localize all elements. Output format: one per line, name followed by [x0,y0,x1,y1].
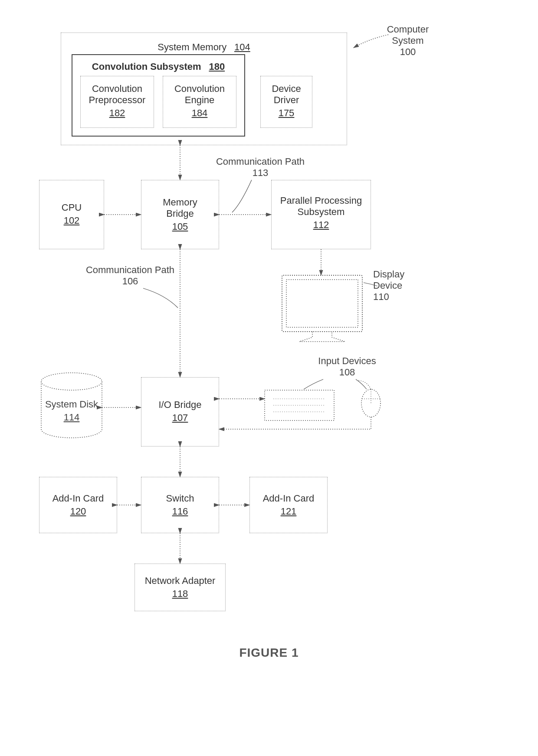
addin-card-right-box: Add-In Card 121 [249,477,328,533]
svg-point-13 [361,389,381,417]
io-bridge-title: I/O Bridge [158,399,201,410]
device-driver-title: Device Driver [272,83,301,105]
convolution-subsystem-num: 180 [209,61,225,72]
cpu-box: CPU 102 [39,180,104,249]
switch-title: Switch [166,493,194,504]
switch-box: Switch 116 [141,477,219,533]
comm-path-106-label: Communication Path 106 [74,264,187,287]
memory-bridge-num: 105 [172,221,188,232]
computer-system-label: Computer System 100 [373,24,443,58]
device-driver-box: Device Driver 175 [260,76,312,128]
network-adapter-title: Network Adapter [145,575,216,586]
device-driver-num: 175 [279,108,295,119]
convolution-engine-num: 184 [192,108,208,119]
network-adapter-num: 118 [172,588,188,600]
comm-path-113-label: Communication Path 113 [204,156,317,179]
input-devices-label: Input Devices 108 [304,355,390,378]
figure-caption: FIGURE 1 [0,646,538,660]
io-bridge-box: I/O Bridge 107 [141,377,219,446]
network-adapter-box: Network Adapter 118 [134,564,226,611]
system-memory-title: System Memory [157,42,226,52]
addin-left-num: 120 [70,506,86,517]
diagram-canvas: System Memory 104 Convolution Subsystem … [0,0,538,756]
pps-num: 112 [313,219,329,231]
convolution-preprocessor-num: 182 [109,108,125,119]
display-device-label: Display Device 110 [373,269,425,303]
cpu-title: CPU [62,202,82,213]
addin-left-title: Add-In Card [52,493,104,504]
convolution-preprocessor-title: Convolution Preprocessor [89,83,146,105]
convolution-engine-title: Convolution Engine [174,83,225,105]
convolution-preprocessor-box: Convolution Preprocessor 182 [80,76,154,128]
system-disk-label: System Disk 114 [41,399,102,423]
svg-rect-5 [286,280,358,327]
pps-title: Parallel Processing Subsystem [280,195,362,217]
addin-right-title: Add-In Card [263,493,315,504]
memory-bridge-box: Memory Bridge 105 [141,180,219,249]
addin-right-num: 121 [281,506,297,517]
io-bridge-num: 107 [172,412,188,424]
convolution-engine-box: Convolution Engine 184 [163,76,236,128]
convolution-subsystem-title: Convolution Subsystem [92,61,201,72]
svg-rect-9 [265,390,334,420]
svg-point-7 [41,373,102,390]
cpu-num: 102 [64,215,80,226]
memory-bridge-title: Memory Bridge [163,197,197,219]
switch-num: 116 [172,506,188,517]
addin-card-left-box: Add-In Card 120 [39,477,117,533]
system-memory-num: 104 [234,42,250,53]
pps-box: Parallel Processing Subsystem 112 [271,180,371,249]
svg-rect-4 [282,275,362,332]
